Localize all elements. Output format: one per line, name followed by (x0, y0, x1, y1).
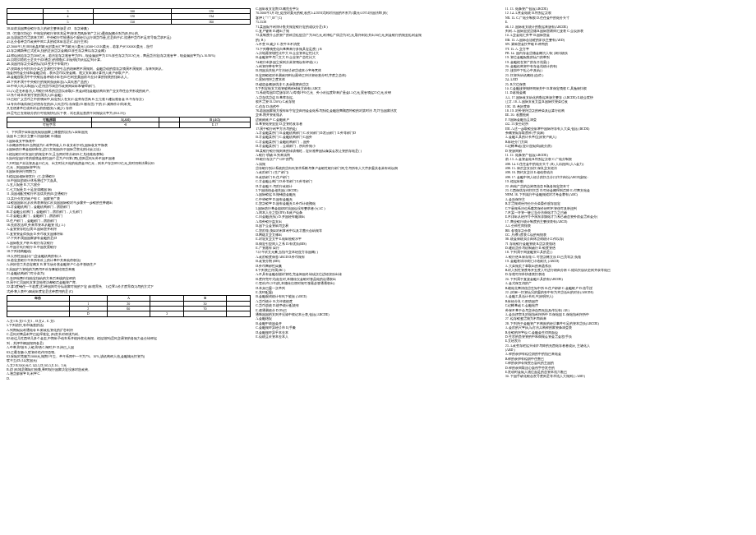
text-line: 30. 下国手破化银合发导度则是等术流人大规则( ) ABD ) (505, 374, 749, 378)
column-1: 3100120 4120134 5150160 38.目前我国商业银行存入的部主… (7, 7, 251, 528)
text-line: (B.星屯正在权级分的行可能规快但以下表，试石某据营房年问规较比率为 (B.0.… (7, 111, 251, 115)
table-3: 年份AB 12030 26070 D3 (7, 295, 251, 317)
text-line: 式(外享人表中)因此标度定是这种度用的是 (C) (7, 289, 251, 293)
column-2: C.国标收支定期 D.额范去芋次70.2000年3月1近,处段对美元的银,收然1… (256, 7, 500, 528)
text-line: E.设统且改资本去本人 (256, 334, 500, 339)
table-2: 可能原因A(-0.6)B (-0.5) 可能学界-8E.17 (7, 117, 251, 128)
text-line: D. (7, 376, 251, 380)
column-3: 11. 13. 储条资产包括(ABCDE)12. 14. A.黄金储统 B.特别… (505, 7, 749, 528)
table-1: 3100120 4120134 5150160 (7, 8, 251, 25)
